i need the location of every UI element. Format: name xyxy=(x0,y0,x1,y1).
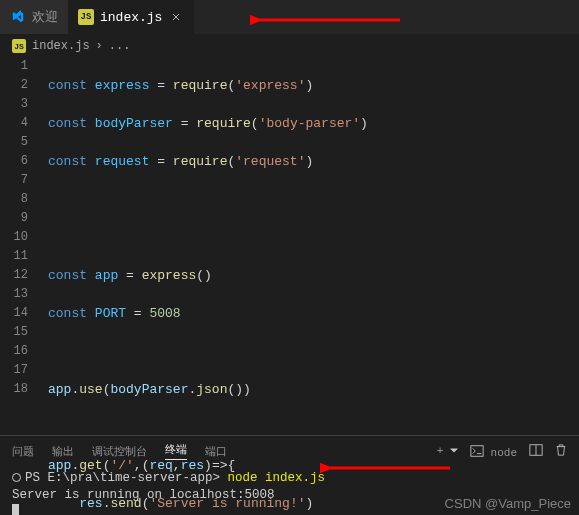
watermark: CSDN @Vamp_Piece xyxy=(445,496,571,511)
tab-label: index.js xyxy=(100,10,162,25)
panel-tab-terminal[interactable]: 终端 xyxy=(165,442,187,460)
new-terminal-button[interactable]: + xyxy=(437,445,458,457)
code-area[interactable]: const express = require('express') const… xyxy=(48,57,579,435)
trash-icon[interactable] xyxy=(555,443,567,460)
breadcrumb-more: ... xyxy=(109,39,131,53)
line-number: 7 xyxy=(0,171,28,190)
panel-tab-ports[interactable]: 端口 xyxy=(205,444,227,459)
line-number: 3 xyxy=(0,95,28,114)
breadcrumb-separator: › xyxy=(96,39,103,53)
line-number: 16 xyxy=(0,342,28,361)
breadcrumb-file: index.js xyxy=(32,39,90,53)
line-number: 4 xyxy=(0,114,28,133)
terminal-command: node index.js xyxy=(228,471,326,485)
line-number: 1 xyxy=(0,57,28,76)
line-number: 9 xyxy=(0,209,28,228)
vscode-icon xyxy=(10,9,26,25)
line-number: 8 xyxy=(0,190,28,209)
terminal-profile[interactable]: node xyxy=(470,444,517,459)
close-icon[interactable] xyxy=(168,9,184,25)
tab-index-js[interactable]: JS index.js xyxy=(68,0,194,34)
line-number: 14 xyxy=(0,304,28,323)
breadcrumb[interactable]: JS index.js › ... xyxy=(0,35,579,57)
line-number: 5 xyxy=(0,133,28,152)
panel-tab-problems[interactable]: 问题 xyxy=(12,444,34,459)
terminal-prompt: PS E:\pra\time-server-app> xyxy=(25,471,220,485)
terminal-cursor xyxy=(12,504,19,515)
line-number-gutter: 1 2 3 4 5 6 7 8 9 10 11 12 13 14 15 16 1… xyxy=(0,57,48,435)
line-number: 6 xyxy=(0,152,28,171)
js-file-icon: JS xyxy=(12,39,26,53)
editor[interactable]: 1 2 3 4 5 6 7 8 9 10 11 12 13 14 15 16 1… xyxy=(0,57,579,435)
line-number: 11 xyxy=(0,247,28,266)
annotation-arrow-icon xyxy=(250,10,410,30)
js-file-icon: JS xyxy=(78,9,94,25)
line-number: 17 xyxy=(0,361,28,380)
prompt-icon xyxy=(12,473,21,482)
line-number: 10 xyxy=(0,228,28,247)
annotation-arrow-icon xyxy=(320,458,460,478)
line-number: 12 xyxy=(0,266,28,285)
tab-label: 欢迎 xyxy=(32,8,58,26)
tab-welcome[interactable]: 欢迎 xyxy=(0,0,68,34)
split-terminal-icon[interactable] xyxy=(529,443,543,460)
line-number: 2 xyxy=(0,76,28,95)
line-number: 18 xyxy=(0,380,28,399)
panel-tab-debug-console[interactable]: 调试控制台 xyxy=(92,444,147,459)
panel-tab-output[interactable]: 输出 xyxy=(52,444,74,459)
line-number: 15 xyxy=(0,323,28,342)
line-number: 13 xyxy=(0,285,28,304)
